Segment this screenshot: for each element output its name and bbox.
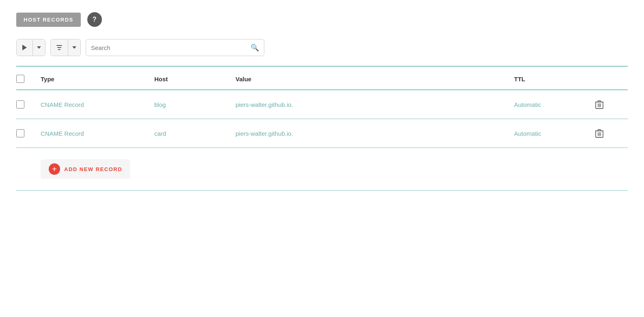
row-2-checkbox[interactable]	[16, 129, 24, 137]
search-submit-button[interactable]: 🔍	[251, 43, 259, 52]
add-circle-icon: +	[49, 163, 60, 175]
table-row: CNAME Record blog piers-walter.github.io…	[16, 90, 628, 119]
col-ttl-header: TTL	[514, 76, 595, 83]
play-icon	[22, 45, 27, 50]
row-2-type[interactable]: CNAME Record	[41, 130, 154, 137]
col-value-header: Value	[236, 76, 514, 83]
search-box: 🔍	[86, 39, 264, 56]
host-records-badge: HOST RECORDS	[16, 13, 81, 27]
row-2-checkbox-cell[interactable]	[16, 129, 41, 137]
row-2-actions	[595, 129, 628, 138]
col-host-header: Host	[154, 76, 236, 83]
caret-down-icon	[37, 46, 41, 49]
add-new-record-button[interactable]: + ADD NEW RECORD	[41, 159, 130, 179]
trash-icon	[595, 129, 603, 138]
select-all-checkbox[interactable]	[16, 75, 24, 83]
search-input[interactable]	[91, 44, 251, 51]
add-record-row: + ADD NEW RECORD	[16, 148, 628, 191]
row-1-host[interactable]: blog	[154, 101, 236, 108]
filter-button-group	[50, 39, 81, 56]
row-2-host[interactable]: card	[154, 130, 236, 137]
toolbar: 🔍	[16, 39, 628, 56]
row-1-checkbox[interactable]	[16, 100, 24, 109]
row-2-value[interactable]: piers-walter.github.io.	[236, 130, 514, 137]
magnifier-icon: 🔍	[251, 43, 259, 52]
row-1-value[interactable]: piers-walter.github.io.	[236, 101, 514, 108]
filter-icon	[56, 45, 62, 50]
play-button[interactable]	[17, 39, 32, 56]
filter-button[interactable]	[51, 39, 68, 56]
row-2-ttl[interactable]: Automatic	[514, 130, 595, 137]
play-dropdown-button[interactable]	[33, 39, 45, 56]
row-1-ttl[interactable]: Automatic	[514, 101, 595, 108]
header-checkbox-cell[interactable]	[16, 75, 41, 83]
filter-dropdown-button[interactable]	[68, 39, 80, 56]
action-button-group	[16, 39, 45, 56]
col-type-header: Type	[41, 76, 154, 83]
records-table: Type Host Value TTL CNAME Record blog pi…	[16, 66, 628, 191]
filter-caret-icon	[72, 46, 76, 49]
help-button[interactable]: ?	[87, 12, 102, 27]
row-1-delete-button[interactable]	[595, 100, 603, 109]
trash-icon	[595, 100, 603, 109]
page-header: HOST RECORDS ?	[16, 12, 628, 27]
add-record-label: ADD NEW RECORD	[64, 166, 122, 172]
table-header-row: Type Host Value TTL	[16, 67, 628, 90]
table-row: CNAME Record card piers-walter.github.io…	[16, 119, 628, 148]
row-1-checkbox-cell[interactable]	[16, 100, 41, 109]
row-1-type[interactable]: CNAME Record	[41, 101, 154, 108]
row-2-delete-button[interactable]	[595, 129, 603, 138]
row-1-actions	[595, 100, 628, 109]
